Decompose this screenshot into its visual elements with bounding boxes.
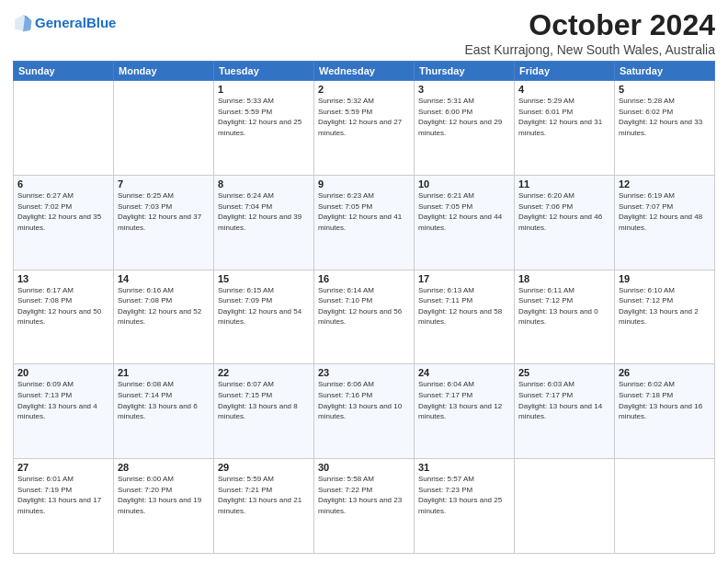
daylight-text: Daylight: 13 hours and 6 minutes. xyxy=(118,401,210,422)
sunrise-text: Sunrise: 5:29 AM xyxy=(518,96,610,107)
calendar-cell: 3Sunrise: 5:31 AMSunset: 6:00 PMDaylight… xyxy=(415,81,515,176)
calendar-cell: 13Sunrise: 6:17 AMSunset: 7:08 PMDayligh… xyxy=(14,270,114,364)
day-info: Sunrise: 6:19 AMSunset: 7:07 PMDaylight:… xyxy=(619,190,711,233)
daylight-text: Daylight: 12 hours and 50 minutes. xyxy=(17,306,109,327)
sunrise-text: Sunrise: 6:11 AM xyxy=(518,285,610,296)
sunrise-text: Sunrise: 5:31 AM xyxy=(418,96,510,107)
calendar-cell: 29Sunrise: 5:59 AMSunset: 7:21 PMDayligh… xyxy=(214,459,314,554)
daylight-text: Daylight: 12 hours and 44 minutes. xyxy=(418,212,510,233)
day-number: 3 xyxy=(418,84,510,95)
logo-blue: Blue xyxy=(86,15,117,30)
day-info: Sunrise: 5:58 AMSunset: 7:22 PMDaylight:… xyxy=(318,474,410,516)
daylight-text: Daylight: 12 hours and 46 minutes. xyxy=(518,212,610,233)
calendar-cell: 9Sunrise: 6:23 AMSunset: 7:05 PMDaylight… xyxy=(314,175,415,270)
calendar-cell: 25Sunrise: 6:03 AMSunset: 7:17 PMDayligh… xyxy=(515,364,615,459)
sunset-text: Sunset: 7:04 PM xyxy=(218,201,310,213)
calendar-cell: 28Sunrise: 6:00 AMSunset: 7:20 PMDayligh… xyxy=(114,459,214,554)
calendar-cell: 2Sunrise: 5:32 AMSunset: 5:59 PMDaylight… xyxy=(314,81,415,176)
daylight-text: Daylight: 12 hours and 41 minutes. xyxy=(318,212,410,233)
daylight-text: Daylight: 12 hours and 35 minutes. xyxy=(17,212,109,233)
calendar-cell: 26Sunrise: 6:02 AMSunset: 7:18 PMDayligh… xyxy=(615,364,715,459)
sunset-text: Sunset: 6:02 PM xyxy=(619,107,711,118)
day-number: 10 xyxy=(418,178,510,190)
day-number: 1 xyxy=(218,84,310,95)
calendar-cell: 5Sunrise: 5:28 AMSunset: 6:02 PMDaylight… xyxy=(615,81,715,176)
day-info: Sunrise: 6:11 AMSunset: 7:12 PMDaylight:… xyxy=(518,285,610,327)
sunrise-text: Sunrise: 5:58 AM xyxy=(318,474,410,485)
sunrise-text: Sunrise: 6:10 AM xyxy=(619,285,711,296)
sunset-text: Sunset: 7:17 PM xyxy=(518,390,610,401)
calendar-week-5: 27Sunrise: 6:01 AMSunset: 7:19 PMDayligh… xyxy=(14,459,715,554)
daylight-text: Daylight: 13 hours and 12 minutes. xyxy=(418,401,510,422)
daylight-text: Daylight: 13 hours and 19 minutes. xyxy=(118,495,210,516)
day-number: 5 xyxy=(619,84,711,95)
sunset-text: Sunset: 7:16 PM xyxy=(318,390,410,401)
location-subtitle: East Kurrajong, New South Wales, Austral… xyxy=(464,42,715,57)
day-info: Sunrise: 6:02 AMSunset: 7:18 PMDaylight:… xyxy=(619,379,711,421)
sunset-text: Sunset: 7:22 PM xyxy=(318,485,410,496)
logo-general: General xyxy=(35,15,86,30)
day-number: 15 xyxy=(218,273,310,284)
calendar-week-3: 13Sunrise: 6:17 AMSunset: 7:08 PMDayligh… xyxy=(14,270,715,364)
daylight-text: Daylight: 13 hours and 4 minutes. xyxy=(17,401,109,422)
daylight-text: Daylight: 12 hours and 33 minutes. xyxy=(619,117,711,138)
sunrise-text: Sunrise: 5:28 AM xyxy=(619,96,711,107)
sunrise-text: Sunrise: 5:59 AM xyxy=(218,474,310,485)
sunset-text: Sunset: 7:06 PM xyxy=(518,201,610,213)
sunrise-text: Sunrise: 6:25 AM xyxy=(118,190,210,201)
day-info: Sunrise: 6:00 AMSunset: 7:20 PMDaylight:… xyxy=(118,474,210,516)
day-info: Sunrise: 6:14 AMSunset: 7:10 PMDaylight:… xyxy=(318,285,410,327)
sunset-text: Sunset: 7:23 PM xyxy=(418,485,510,496)
sunset-text: Sunset: 7:09 PM xyxy=(218,295,310,306)
daylight-text: Daylight: 12 hours and 31 minutes. xyxy=(518,117,610,138)
day-info: Sunrise: 5:57 AMSunset: 7:23 PMDaylight:… xyxy=(418,474,510,516)
daylight-text: Daylight: 12 hours and 58 minutes. xyxy=(418,306,510,327)
sunrise-text: Sunrise: 6:23 AM xyxy=(318,190,410,201)
daylight-text: Daylight: 13 hours and 2 minutes. xyxy=(619,306,711,327)
daylight-text: Daylight: 13 hours and 10 minutes. xyxy=(318,401,410,422)
day-info: Sunrise: 5:31 AMSunset: 6:00 PMDaylight:… xyxy=(418,96,510,138)
day-info: Sunrise: 6:27 AMSunset: 7:02 PMDaylight:… xyxy=(17,190,109,233)
sunrise-text: Sunrise: 5:33 AM xyxy=(218,96,310,107)
sunset-text: Sunset: 7:17 PM xyxy=(418,390,510,401)
sunrise-text: Sunrise: 6:24 AM xyxy=(218,190,310,201)
weekday-header-monday: Monday xyxy=(114,62,214,81)
page: GeneralBlue October 2024 East Kurrajong,… xyxy=(0,0,728,563)
daylight-text: Daylight: 12 hours and 56 minutes. xyxy=(318,306,410,327)
day-info: Sunrise: 6:16 AMSunset: 7:08 PMDaylight:… xyxy=(118,285,210,327)
calendar-cell: 17Sunrise: 6:13 AMSunset: 7:11 PMDayligh… xyxy=(415,270,515,364)
daylight-text: Daylight: 12 hours and 54 minutes. xyxy=(218,306,310,327)
sunset-text: Sunset: 6:01 PM xyxy=(518,107,610,118)
calendar-cell: 6Sunrise: 6:27 AMSunset: 7:02 PMDaylight… xyxy=(14,175,114,270)
day-info: Sunrise: 6:20 AMSunset: 7:06 PMDaylight:… xyxy=(518,190,610,233)
day-number: 20 xyxy=(17,367,109,378)
calendar-cell: 8Sunrise: 6:24 AMSunset: 7:04 PMDaylight… xyxy=(214,175,314,270)
sunset-text: Sunset: 7:11 PM xyxy=(418,295,510,306)
calendar-cell: 27Sunrise: 6:01 AMSunset: 7:19 PMDayligh… xyxy=(14,459,114,554)
day-number: 14 xyxy=(118,273,210,284)
sunrise-text: Sunrise: 6:15 AM xyxy=(218,285,310,296)
calendar-week-1: 1Sunrise: 5:33 AMSunset: 5:59 PMDaylight… xyxy=(14,81,715,176)
day-number: 6 xyxy=(17,178,109,190)
day-info: Sunrise: 5:28 AMSunset: 6:02 PMDaylight:… xyxy=(619,96,711,138)
day-number: 16 xyxy=(318,273,410,284)
day-info: Sunrise: 6:15 AMSunset: 7:09 PMDaylight:… xyxy=(218,285,310,327)
sunset-text: Sunset: 7:13 PM xyxy=(17,390,109,401)
day-info: Sunrise: 6:13 AMSunset: 7:11 PMDaylight:… xyxy=(418,285,510,327)
sunrise-text: Sunrise: 5:32 AM xyxy=(318,96,410,107)
sunrise-text: Sunrise: 6:01 AM xyxy=(17,474,109,485)
day-info: Sunrise: 6:23 AMSunset: 7:05 PMDaylight:… xyxy=(318,190,410,233)
sunset-text: Sunset: 7:03 PM xyxy=(118,201,210,213)
sunrise-text: Sunrise: 6:16 AM xyxy=(118,285,210,296)
daylight-text: Daylight: 12 hours and 27 minutes. xyxy=(318,117,410,138)
sunset-text: Sunset: 7:10 PM xyxy=(318,295,410,306)
daylight-text: Daylight: 12 hours and 52 minutes. xyxy=(118,306,210,327)
daylight-text: Daylight: 13 hours and 14 minutes. xyxy=(518,401,610,422)
sunrise-text: Sunrise: 6:04 AM xyxy=(418,379,510,390)
calendar-cell xyxy=(114,81,214,176)
calendar-week-4: 20Sunrise: 6:09 AMSunset: 7:13 PMDayligh… xyxy=(14,364,715,459)
sunrise-text: Sunrise: 6:21 AM xyxy=(418,190,510,201)
day-info: Sunrise: 5:32 AMSunset: 5:59 PMDaylight:… xyxy=(318,96,410,138)
day-number: 30 xyxy=(318,462,410,473)
sunrise-text: Sunrise: 5:57 AM xyxy=(418,474,510,485)
